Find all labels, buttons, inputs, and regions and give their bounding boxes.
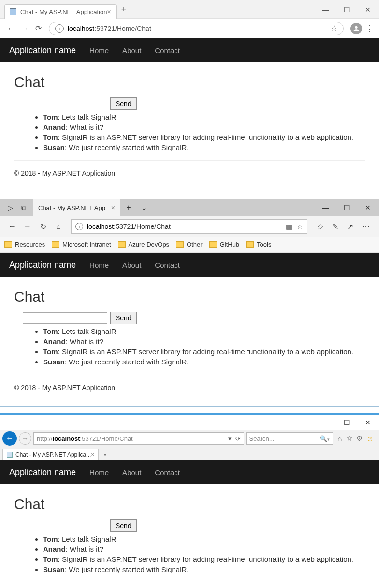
reload-button[interactable]: ⟳ bbox=[31, 24, 45, 33]
forward-button[interactable]: → bbox=[20, 222, 35, 231]
url-path: :53721/Home/Chat bbox=[94, 25, 151, 32]
nav-about[interactable]: About bbox=[122, 261, 141, 269]
tab-actions-icon[interactable]: ▷ bbox=[3, 204, 17, 211]
close-icon[interactable]: × bbox=[107, 8, 111, 15]
back-button[interactable]: ← bbox=[2, 431, 17, 446]
edge-window: ▷ ⧉ Chat - My ASP.NET App × + ⌄ — ☐ ✕ ← … bbox=[0, 199, 379, 407]
folder-icon bbox=[209, 241, 217, 248]
chat-item: Tom: SIgnalR is an ASP.NET server librar… bbox=[43, 555, 365, 563]
close-icon[interactable]: × bbox=[91, 452, 94, 458]
chat-input[interactable] bbox=[23, 98, 107, 109]
nav-home[interactable]: Home bbox=[89, 261, 109, 269]
bookmark-star-icon[interactable]: ☆ bbox=[331, 24, 337, 33]
chat-input[interactable] bbox=[23, 520, 107, 531]
chat-list: Tom: Lets talk SignalR Anand: What is it… bbox=[33, 535, 365, 573]
site-info-icon[interactable]: i bbox=[55, 24, 64, 33]
tab-list-chevron-icon[interactable]: ⌄ bbox=[137, 204, 151, 211]
tools-gear-icon[interactable]: ⚙ bbox=[356, 434, 363, 443]
chat-item: Anand: What is it? bbox=[43, 123, 365, 131]
app-brand[interactable]: Application name bbox=[9, 260, 76, 270]
back-button[interactable]: ← bbox=[4, 24, 18, 33]
maximize-button[interactable]: ☐ bbox=[336, 415, 357, 430]
account-avatar[interactable] bbox=[350, 23, 362, 34]
search-box[interactable]: Search... 🔍▾ bbox=[246, 432, 333, 445]
back-button[interactable]: ← bbox=[4, 222, 20, 231]
bookmark-folder[interactable]: Azure DevOps bbox=[118, 241, 170, 248]
nav-contact[interactable]: Contact bbox=[155, 261, 180, 269]
send-button[interactable]: Send bbox=[110, 312, 137, 324]
nav-contact[interactable]: Contact bbox=[155, 468, 180, 477]
nav-home[interactable]: Home bbox=[89, 468, 109, 477]
search-icon[interactable]: 🔍▾ bbox=[320, 435, 330, 442]
minimize-button[interactable]: — bbox=[315, 415, 336, 430]
maximize-button[interactable]: ☐ bbox=[336, 199, 357, 216]
favorites-icon[interactable]: ☆ bbox=[346, 434, 352, 443]
home-icon[interactable]: ⌂ bbox=[338, 435, 342, 443]
new-tab-button[interactable]: + bbox=[120, 203, 137, 212]
nav-about[interactable]: About bbox=[122, 468, 141, 477]
close-button[interactable]: ✕ bbox=[357, 415, 379, 430]
chat-item: Susan: We just recently started with Sig… bbox=[43, 143, 365, 151]
app-navbar: Application name Home About Contact bbox=[0, 253, 379, 277]
reload-button[interactable]: ↻ bbox=[35, 222, 51, 231]
minimize-button[interactable]: — bbox=[315, 199, 336, 216]
edge-titlebar: ▷ ⧉ Chat - My ASP.NET App × + ⌄ — ☐ ✕ bbox=[0, 199, 379, 216]
window-controls: — ☐ ✕ bbox=[315, 415, 379, 430]
url-host: localhost bbox=[87, 223, 114, 230]
forward-button[interactable]: → bbox=[18, 24, 31, 33]
new-tab-button[interactable]: + bbox=[121, 4, 127, 15]
close-button[interactable]: ✕ bbox=[357, 199, 379, 216]
notes-icon[interactable]: ✎ bbox=[332, 222, 338, 231]
settings-menu-icon[interactable]: ⋯ bbox=[362, 222, 370, 231]
chrome-titlebar: Chat - My ASP.NET Application × + — ☐ ✕ bbox=[0, 0, 379, 19]
chat-input[interactable] bbox=[23, 312, 107, 324]
app-brand[interactable]: Application name bbox=[9, 45, 76, 56]
address-bar[interactable]: i localhost:53721/Home/Chat ▥ ☆ bbox=[71, 219, 307, 234]
app-brand[interactable]: Application name bbox=[9, 467, 76, 478]
edge-toolbar: ← → ↻ ⌂ i localhost:53721/Home/Chat ▥ ☆ … bbox=[0, 216, 379, 237]
minimize-button[interactable]: — bbox=[315, 2, 336, 17]
ie-toolbar: ← → http://localhost:53721/Home/Chat ▾ ⟳… bbox=[0, 430, 379, 447]
share-icon[interactable]: ↗ bbox=[347, 222, 353, 231]
tab-title: Chat - My ASP.NET Applica... bbox=[15, 452, 91, 458]
send-button[interactable]: Send bbox=[110, 97, 137, 110]
set-aside-tabs-icon[interactable]: ⧉ bbox=[17, 204, 30, 212]
new-tab-button[interactable]: ▫ bbox=[100, 450, 110, 460]
nav-contact[interactable]: Contact bbox=[155, 46, 180, 55]
chat-item: Tom: Lets talk SignalR bbox=[43, 113, 365, 121]
favorites-icon[interactable]: ✩ bbox=[317, 222, 323, 231]
home-button[interactable]: ⌂ bbox=[51, 222, 66, 231]
window-controls: — ☐ ✕ bbox=[315, 2, 379, 17]
folder-icon bbox=[176, 241, 184, 248]
bookmark-folder[interactable]: Microsoft Intranet bbox=[52, 241, 111, 248]
close-icon[interactable]: × bbox=[111, 204, 115, 211]
chat-item: Tom: SIgnalR is an ASP.NET server librar… bbox=[43, 347, 365, 356]
reading-view-icon[interactable]: ▥ bbox=[286, 223, 292, 230]
nav-home[interactable]: Home bbox=[89, 46, 109, 55]
bookmark-folder[interactable]: GitHub bbox=[209, 241, 239, 248]
forward-button[interactable]: → bbox=[19, 432, 31, 445]
edge-tab[interactable]: Chat - My ASP.NET App × bbox=[33, 199, 120, 216]
nav-about[interactable]: About bbox=[122, 46, 141, 55]
site-info-icon[interactable]: i bbox=[75, 223, 83, 230]
reload-button[interactable]: ⟳ bbox=[235, 435, 241, 442]
bookmark-folder[interactable]: Other bbox=[176, 241, 203, 248]
bookmark-star-icon[interactable]: ☆ bbox=[297, 223, 303, 230]
address-bar[interactable]: http://localhost:53721/Home/Chat ▾ ⟳ bbox=[33, 432, 244, 445]
address-bar[interactable]: i localhost:53721/Home/Chat ☆ bbox=[49, 22, 344, 35]
folder-icon bbox=[118, 241, 126, 248]
send-button[interactable]: Send bbox=[110, 519, 137, 532]
app-footer: © 2018 - My ASP.NET Application bbox=[14, 169, 365, 186]
kebab-menu-icon[interactable]: ⋮ bbox=[365, 23, 375, 34]
bookmark-folder[interactable]: Resources bbox=[4, 241, 45, 248]
chat-list: Tom: Lets talk SignalR Anand: What is it… bbox=[33, 327, 365, 366]
smiley-icon[interactable]: ☺ bbox=[366, 435, 374, 443]
maximize-button[interactable]: ☐ bbox=[336, 2, 357, 17]
chrome-tab[interactable]: Chat - My ASP.NET Application × bbox=[4, 4, 117, 19]
bookmark-folder[interactable]: Tools bbox=[246, 241, 271, 248]
search-placeholder: Search... bbox=[249, 435, 275, 442]
dropdown-chevron-icon[interactable]: ▾ bbox=[228, 435, 232, 442]
ie-tab[interactable]: Chat - My ASP.NET Applica... × bbox=[2, 449, 99, 460]
chat-item: Susan: We just recently started with Sig… bbox=[43, 565, 365, 573]
close-button[interactable]: ✕ bbox=[357, 2, 379, 17]
